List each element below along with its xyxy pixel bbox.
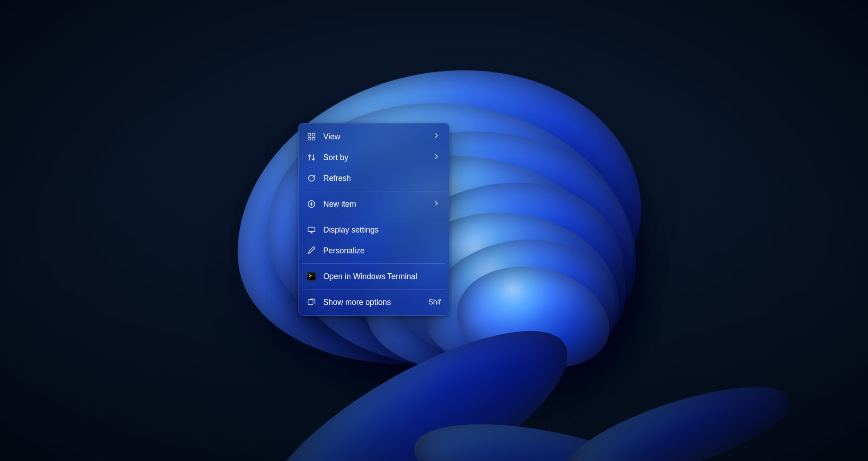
display-icon xyxy=(307,225,316,234)
menu-item-label: Open in Windows Terminal xyxy=(323,272,441,281)
svg-rect-1 xyxy=(312,133,315,136)
chevron-right-icon xyxy=(434,200,441,209)
grid-icon xyxy=(307,132,316,141)
menu-item-refresh[interactable]: Refresh xyxy=(302,168,446,189)
more-icon xyxy=(307,298,316,307)
menu-item-label: Display settings xyxy=(323,225,441,235)
menu-separator xyxy=(302,289,445,290)
menu-item-label: Refresh xyxy=(323,174,441,183)
desktop-context-menu: View Sort by Refresh New item xyxy=(298,123,449,316)
terminal-icon xyxy=(307,272,316,281)
menu-item-personalize[interactable]: Personalize xyxy=(302,240,446,261)
chevron-right-icon xyxy=(434,132,441,142)
menu-item-label: Show more options xyxy=(323,298,417,307)
menu-item-open-terminal[interactable]: Open in Windows Terminal xyxy=(302,266,446,287)
svg-rect-0 xyxy=(308,133,311,136)
refresh-icon xyxy=(307,174,316,183)
new-icon xyxy=(307,200,316,209)
menu-item-show-more-options[interactable]: Show more options Shif xyxy=(302,292,446,313)
svg-rect-3 xyxy=(312,138,315,140)
menu-item-label: Personalize xyxy=(323,246,441,256)
svg-rect-5 xyxy=(308,227,315,232)
menu-item-sort-by[interactable]: Sort by xyxy=(302,147,446,168)
svg-rect-6 xyxy=(308,300,313,305)
menu-separator xyxy=(302,191,445,191)
chevron-right-icon xyxy=(434,153,441,162)
menu-item-view[interactable]: View xyxy=(302,126,446,147)
menu-item-accelerator: Shif xyxy=(425,298,441,306)
personalize-icon xyxy=(307,246,316,255)
menu-item-new[interactable]: New item xyxy=(302,194,446,214)
sort-icon xyxy=(307,153,316,162)
menu-item-label: New item xyxy=(323,200,427,209)
menu-item-display-settings[interactable]: Display settings xyxy=(302,219,446,240)
svg-rect-2 xyxy=(308,138,311,140)
menu-separator xyxy=(302,217,445,217)
menu-separator xyxy=(302,263,445,264)
menu-item-label: Sort by xyxy=(323,153,427,162)
menu-item-label: View xyxy=(323,132,427,142)
